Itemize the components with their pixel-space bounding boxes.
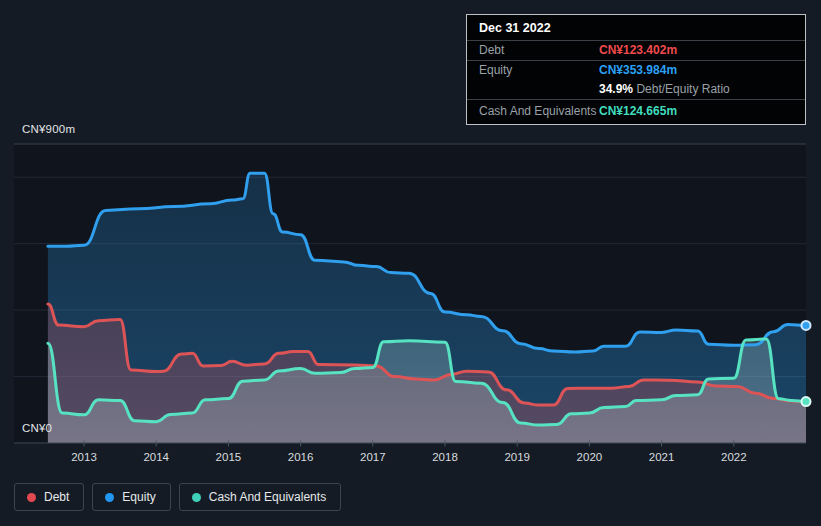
tooltip-debt-value: CN¥123.402m	[599, 43, 793, 58]
debt-equity-chart-page: 2013201420152016201720182019202020212022…	[0, 0, 821, 526]
svg-text:2019: 2019	[504, 451, 530, 463]
svg-text:2014: 2014	[143, 451, 169, 463]
svg-text:2020: 2020	[577, 451, 603, 463]
y-axis-max-label: CN¥900m	[22, 123, 75, 135]
tooltip-cash-label: Cash And Equivalents	[479, 104, 599, 119]
svg-text:2022: 2022	[721, 451, 747, 463]
tooltip-cash-value: CN¥124.665m	[599, 104, 793, 119]
legend-equity-label: Equity	[122, 490, 155, 504]
tooltip-ratio-value: 34.9% Debt/Equity Ratio	[599, 82, 793, 97]
tooltip-equity-row: Equity CN¥353.984m	[467, 61, 805, 80]
svg-text:2018: 2018	[432, 451, 458, 463]
legend-item-equity[interactable]: Equity	[92, 483, 170, 511]
svg-text:2021: 2021	[649, 451, 675, 463]
y-axis-zero-label: CN¥0	[22, 422, 52, 434]
chart-tooltip: Dec 31 2022 Debt CN¥123.402m Equity CN¥3…	[466, 14, 806, 125]
tooltip-equity-label: Equity	[479, 63, 599, 78]
equity-swatch-icon	[105, 493, 114, 502]
tooltip-ratio-row: 34.9% Debt/Equity Ratio	[467, 80, 805, 100]
legend-item-cash[interactable]: Cash And Equivalents	[179, 483, 341, 511]
tooltip-debt-row: Debt CN¥123.402m	[467, 41, 805, 61]
tooltip-cash-row: Cash And Equivalents CN¥124.665m	[467, 100, 805, 124]
tooltip-debt-label: Debt	[479, 43, 599, 58]
svg-text:2013: 2013	[71, 451, 97, 463]
tooltip-equity-value: CN¥353.984m	[599, 63, 793, 78]
svg-text:2016: 2016	[288, 451, 314, 463]
svg-text:2015: 2015	[216, 451, 242, 463]
legend-debt-label: Debt	[44, 490, 69, 504]
cash-swatch-icon	[192, 493, 201, 502]
legend-cash-label: Cash And Equivalents	[209, 490, 326, 504]
tooltip-date: Dec 31 2022	[467, 15, 805, 41]
debt-swatch-icon	[27, 493, 36, 502]
svg-text:2017: 2017	[360, 451, 386, 463]
legend-item-debt[interactable]: Debt	[14, 483, 84, 511]
chart-legend: Debt Equity Cash And Equivalents	[14, 483, 341, 511]
